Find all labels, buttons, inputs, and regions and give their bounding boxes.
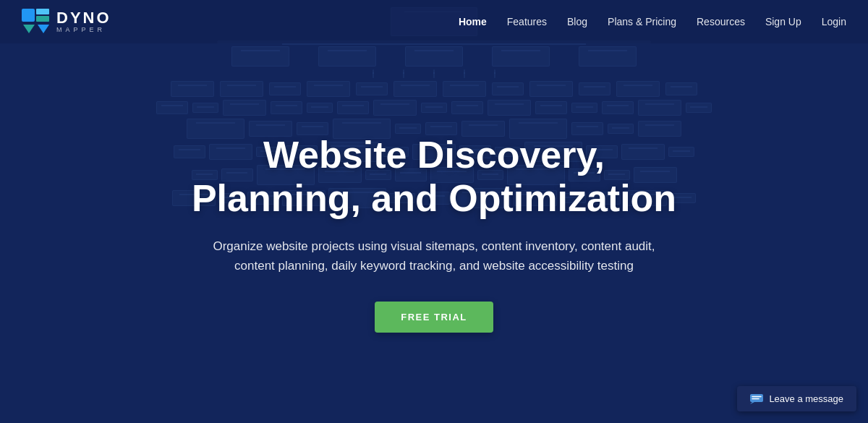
nav-item-blog[interactable]: Blog [567, 15, 587, 28]
logo-icon [22, 9, 51, 35]
nav-item-login[interactable]: Login [822, 15, 846, 28]
chat-label: Leave a message [769, 393, 843, 404]
svg-rect-2 [36, 16, 49, 22]
svg-marker-4 [38, 25, 49, 33]
navbar: DYNO MAPPER Home Features Blog Plans & P… [0, 0, 868, 43]
svg-rect-1 [36, 9, 49, 14]
svg-rect-0 [22, 9, 35, 22]
nav-item-plans[interactable]: Plans & Pricing [608, 15, 676, 28]
nav-item-resources[interactable]: Resources [697, 15, 745, 28]
svg-marker-3 [23, 25, 35, 33]
svg-marker-6 [750, 402, 754, 404]
nav-link-blog[interactable]: Blog [567, 16, 587, 27]
chat-widget[interactable]: Leave a message [737, 386, 856, 411]
hero-section: Website Discovery, Planning, and Optimiz… [0, 0, 868, 423]
logo: DYNO MAPPER [22, 9, 111, 35]
logo-brand: DYNO [56, 10, 111, 26]
chat-icon [750, 394, 763, 404]
hero-subtitle: Organize website projects using visual s… [210, 236, 658, 275]
logo-sub: MAPPER [56, 26, 111, 33]
nav-item-features[interactable]: Features [507, 15, 547, 28]
nav-link-resources[interactable]: Resources [697, 16, 745, 27]
nav-link-signup[interactable]: Sign Up [765, 16, 801, 27]
nav-link-home[interactable]: Home [459, 16, 487, 27]
nav-item-signup[interactable]: Sign Up [765, 15, 801, 28]
nav-link-plans[interactable]: Plans & Pricing [608, 16, 676, 27]
nav-menu: Home Features Blog Plans & Pricing Resou… [459, 15, 846, 28]
logo-text: DYNO MAPPER [56, 10, 111, 33]
svg-rect-5 [750, 394, 763, 402]
nav-link-features[interactable]: Features [507, 16, 547, 27]
hero-title: Website Discovery, Planning, and Optimiz… [181, 134, 687, 221]
nav-link-login[interactable]: Login [822, 16, 846, 27]
free-trial-button[interactable]: FREE TRIAL [375, 302, 493, 333]
nav-item-home[interactable]: Home [459, 15, 487, 28]
